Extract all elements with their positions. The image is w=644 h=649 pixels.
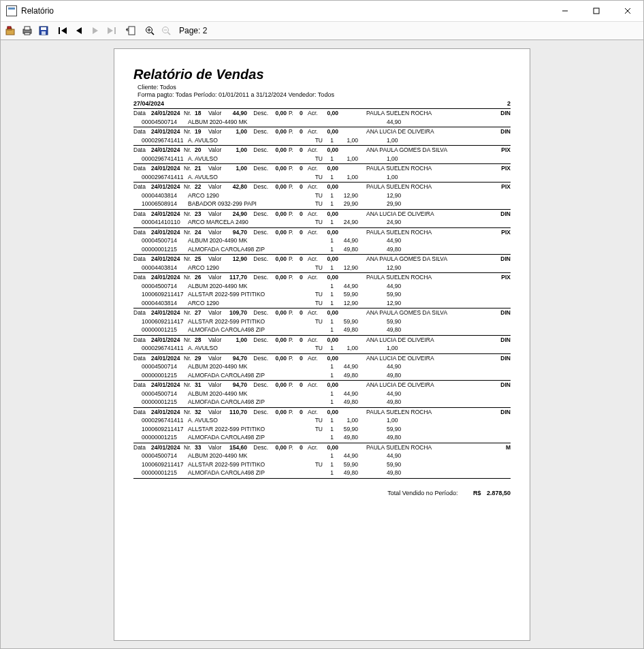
sale-item-row: 00000001215ALMOFADA CAROLA498 ZIP149,804… [133,469,511,477]
print-icon[interactable] [21,25,33,37]
sale-block: Data24/01/2024Nr.19Valor1,00Desc.0,00P.0… [133,127,511,146]
sale-header-row: Data24/01/2024Nr.20Valor1,00Desc.0,00P.0… [133,146,511,155]
report-page: Relatório de Vendas Cliente: Todos Forma… [114,48,530,641]
page-indicator-label: Page: 2 [179,26,207,35]
report-subtitle-filters: Forma pagto: Todas Período: 01/01/2011 a… [138,91,511,98]
preview-area[interactable]: Relatório de Vendas Cliente: Todos Forma… [1,40,643,648]
svg-marker-14 [61,27,67,34]
sale-item-row: 0000296741411A. AVULSOTU11,001,00 [133,155,511,163]
titlebar: Relatório [1,1,643,22]
svg-line-22 [152,33,155,35]
sale-item-row: 00004500714ALBUM 2020-4490 MK144,9044,90 [133,236,511,245]
sale-header-row: Data24/01/2024Nr.19Valor1,00Desc.0,00P.0… [133,127,511,136]
sale-header-row: Data24/01/2024Nr.24Valor94,70Desc.0,00P.… [133,228,511,237]
sale-header-row: Data24/01/2024Nr.26Valor117,70Desc.0,00P… [133,273,511,282]
sale-block: Data24/01/2024Nr.25Valor12,90Desc.0,00P.… [133,255,511,273]
sale-item-row: 0000296741411A. AVULSOTU11,001,00 [133,173,511,182]
open-icon[interactable] [5,25,17,37]
sale-item-row: 0000296741411A. AVULSOTU11,001,00 [133,136,511,145]
sale-item-row: 00000001215ALMOFADA CAROLA498 ZIP149,804… [133,433,511,442]
report-print-date: 27/04/2024 [133,100,164,107]
svg-rect-13 [59,27,60,34]
sale-block: Data24/01/2024Nr.21Valor1,00Desc.0,00P.0… [133,164,511,183]
sale-header-row: Data24/01/2024Nr.25Valor12,90Desc.0,00P.… [133,255,511,264]
sale-block: Data24/01/2024Nr.28Valor1,00Desc.0,00P.0… [133,336,511,354]
sale-block: Data24/01/2024Nr.27Valor109,70Desc.0,00P… [133,308,511,336]
sale-header-row: Data24/01/2024Nr.32Valor110,70Desc.0,00P… [133,408,511,417]
svg-rect-1 [594,8,599,14]
sale-item-row: 10006508914BABADOR 0932-299 PAPITU129,90… [133,200,511,208]
sale-header-row: Data24/01/2024Nr.22Valor42,80Desc.0,00P.… [133,183,511,191]
total-label: Total Vendido no Período: [387,490,457,496]
svg-marker-16 [93,27,98,34]
sale-item-row: 0000296741411A. AVULSOTU11,001,00 [133,416,511,425]
sale-header-row: Data24/01/2024Nr.31Valor94,70Desc.0,00P.… [133,381,511,390]
sale-header-row: Data24/01/2024Nr.29Valor94,70Desc.0,00P.… [133,354,511,363]
minimize-button[interactable] [549,1,581,21]
sale-header-row: Data24/01/2024Nr.23Valor24,90Desc.0,00P.… [133,210,511,219]
sale-item-row: 00004500714ALBUM 2020-4490 MK144,9044,90 [133,452,511,460]
sale-item-row: 00000001215ALMOFADA CAROLA498 ZIP149,804… [133,371,511,380]
sale-block: Data24/01/2024Nr.23Valor24,90Desc.0,00P.… [133,210,511,228]
sale-item-row: 00004500714ALBUM 2020-4490 MK144,9044,90 [133,282,511,291]
sale-item-row: 00000001215ALMOFADA CAROLA498 ZIP149,804… [133,398,511,407]
page-setup-icon[interactable] [125,25,137,37]
report-page-number: 2 [507,100,511,107]
sale-item-row: 00004403814ARCO 1290TU112,9012,90 [133,191,511,200]
sale-block: Data24/01/2024Nr.33Valor154,60Desc.0,00P… [133,443,511,479]
svg-marker-15 [76,27,82,34]
sale-item-row: 000041410110ARCO MARCELA 2490TU124,9024,… [133,218,511,227]
sale-block: Data24/01/2024Nr.22Valor42,80Desc.0,00P.… [133,183,511,210]
sale-item-row: 00004500714ALBUM 2020-4490 MK144,9044,90 [133,390,511,398]
svg-marker-17 [108,27,113,34]
save-icon[interactable] [37,25,50,37]
close-button[interactable] [612,1,643,21]
sale-header-row: Data24/01/2024Nr.18Valor44,90Desc.0,00P.… [133,109,511,118]
sale-block: Data24/01/2024Nr.24Valor94,70Desc.0,00P.… [133,228,511,255]
sale-item-row: 0000296741411A. AVULSOTU11,001,00 [133,344,511,353]
sale-item-row: 00000001215ALMOFADA CAROLA498 ZIP149,804… [133,326,511,334]
zoom-out-icon[interactable] [160,25,172,37]
report-title: Relatório de Vendas [133,67,511,82]
sale-block: Data24/01/2024Nr.32Valor110,70Desc.0,00P… [133,408,511,443]
zoom-in-icon[interactable] [144,25,156,37]
toolbar: Page: 2 [1,22,643,40]
next-page-icon[interactable] [89,25,101,37]
sale-block: Data24/01/2024Nr.20Valor1,00Desc.0,00P.0… [133,146,511,164]
svg-line-26 [168,33,171,35]
total-value: 2.878,50 [487,490,511,496]
sale-header-row: Data24/01/2024Nr.21Valor1,00Desc.0,00P.0… [133,164,511,173]
sale-item-row: 00004500714ALBUM 2020-4490 MK44,90 [133,118,511,127]
svg-rect-12 [42,31,46,35]
svg-rect-9 [25,33,30,35]
report-subtitle-client: Cliente: Todos [138,84,511,91]
svg-rect-8 [25,27,30,30]
total-currency: R$ [473,490,481,496]
sale-item-row: 00004403814ARCO 1290TU112,9012,90 [133,299,511,308]
app-window: Relatório [0,0,644,649]
sale-header-row: Data24/01/2024Nr.28Valor1,00Desc.0,00P.0… [133,336,511,345]
sale-item-row: 1000609211417ALLSTAR 2022-599 PITITIKOTU… [133,425,511,434]
sale-block: Data24/01/2024Nr.29Valor94,70Desc.0,00P.… [133,354,511,381]
first-page-icon[interactable] [57,25,69,37]
svg-rect-19 [129,27,135,35]
sale-item-row: 1000609211417ALLSTAR 2022-599 PITITIKOTU… [133,460,511,469]
svg-rect-18 [114,27,116,34]
sales-list: Data24/01/2024Nr.18Valor44,90Desc.0,00P.… [133,109,511,479]
sale-item-row: 00004500714ALBUM 2020-4490 MK144,9044,90 [133,362,511,371]
sale-block: Data24/01/2024Nr.31Valor94,70Desc.0,00P.… [133,381,511,408]
app-icon [6,5,17,16]
maximize-button[interactable] [581,1,612,21]
sale-block: Data24/01/2024Nr.26Valor117,70Desc.0,00P… [133,273,511,308]
prev-page-icon[interactable] [73,25,85,37]
report-total: Total Vendido no Período: R$ 2.878,50 [133,490,511,496]
sale-item-row: 00000001215ALMOFADA CAROLA498 ZIP149,804… [133,245,511,254]
sale-header-row: Data24/01/2024Nr.27Valor109,70Desc.0,00P… [133,308,511,317]
sale-item-row: 1000609211417ALLSTAR 2022-599 PITITIKOTU… [133,317,511,326]
last-page-icon[interactable] [106,25,118,37]
sale-item-row: 1000609211417ALLSTAR 2022-599 PITITIKOTU… [133,290,511,299]
sale-header-row: Data24/01/2024Nr.33Valor154,60Desc.0,00P… [133,443,511,452]
svg-rect-6 [7,27,11,29]
window-title: Relatório [21,6,54,16]
svg-rect-11 [41,27,46,30]
